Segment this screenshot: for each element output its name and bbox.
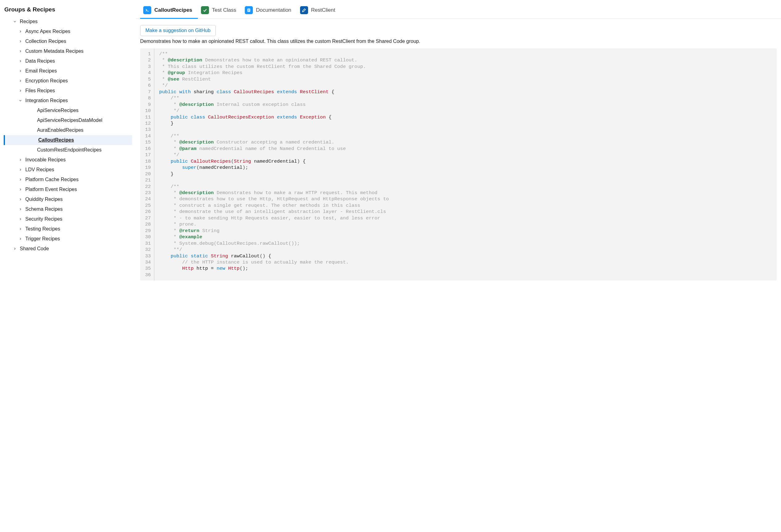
chevron-right-icon: [18, 39, 23, 44]
code-line: **/: [159, 247, 389, 253]
code-line: /**: [159, 133, 389, 139]
tab-label: RestClient: [311, 7, 335, 13]
tree-label: Email Recipes: [25, 68, 57, 74]
tree-group-encryption-recipes[interactable]: Encryption Recipes: [4, 76, 132, 86]
line-number: 11: [145, 114, 151, 120]
code-line: public with sharing class CalloutRecipes…: [159, 89, 389, 95]
code-line: super(namedCredential);: [159, 165, 389, 171]
tree-label: Recipes: [20, 19, 38, 25]
chevron-right-icon: [18, 217, 23, 222]
chevron-down-icon: [12, 19, 17, 24]
tree-item-calloutrecipes[interactable]: CalloutRecipes: [4, 135, 132, 145]
chevron-right-icon: [18, 59, 23, 63]
tree-group-collection-recipes[interactable]: Collection Recipes: [4, 36, 132, 46]
line-number: 33: [145, 253, 151, 259]
code-line: * @description Demonstrates how to make …: [159, 57, 389, 63]
tree-group-async-apex-recipes[interactable]: Async Apex Recipes: [4, 27, 132, 36]
tree-item-apiservicerecipes[interactable]: ApiServiceRecipes: [4, 105, 132, 116]
code-line: * @description Constructor accepting a n…: [159, 139, 389, 145]
tree-group-ldv-recipes[interactable]: LDV Recipes: [4, 165, 132, 175]
chevron-right-icon: [18, 88, 23, 93]
code-block: 1234567891011121314151617181920212223242…: [140, 48, 777, 280]
code-line: public static String rawCallout() {: [159, 253, 389, 259]
line-number: 20: [145, 171, 151, 177]
tree-group-email-recipes[interactable]: Email Recipes: [4, 66, 132, 76]
code-line: */: [159, 82, 389, 89]
line-number: 7: [145, 89, 151, 95]
tree-group-trigger-recipes[interactable]: Trigger Recipes: [4, 234, 132, 244]
code-line: * @description Demonstrates how to make …: [159, 190, 389, 196]
code-line: // the HTTP instance is used to actually…: [159, 259, 389, 265]
tree-label: LDV Recipes: [25, 167, 54, 173]
no-chevron: [30, 128, 35, 133]
tree-label: Schema Recipes: [25, 207, 63, 212]
tab-test-class[interactable]: Test Class: [198, 3, 242, 18]
tree-group-platform-cache-recipes[interactable]: Platform Cache Recipes: [4, 175, 132, 184]
code-line: [159, 272, 389, 278]
tab-label: Test Class: [212, 7, 236, 13]
code-line: * System.debug(CalloutRecipes.rawCallout…: [159, 240, 389, 247]
tree-label: ApiServiceRecipes: [37, 108, 78, 113]
suggest-github-button[interactable]: Make a suggestion on GitHub: [140, 25, 216, 36]
chevron-right-icon: [18, 29, 23, 34]
tab-label: CalloutRecipes: [154, 7, 192, 13]
line-number: 34: [145, 259, 151, 265]
tree-label: Data Recipes: [25, 58, 55, 64]
code-line: * demonstrate the use of an intelligent …: [159, 209, 389, 215]
no-chevron: [30, 147, 35, 152]
code-line: /**: [159, 184, 389, 190]
tab-restclient[interactable]: RestClient: [297, 3, 341, 18]
line-number: 31: [145, 240, 151, 247]
tree-group-quiddity-recipes[interactable]: Quiddity Recipes: [4, 194, 132, 204]
code-line: * construct a single get reuqest. The ot…: [159, 203, 389, 209]
tree-label: Integration Recipes: [25, 98, 68, 103]
line-number: 27: [145, 215, 151, 221]
line-number: 3: [145, 63, 151, 70]
chevron-right-icon: [18, 187, 23, 192]
line-number: 4: [145, 70, 151, 76]
tree-shared-code[interactable]: Shared Code: [4, 244, 132, 254]
tree-label: Files Recipes: [25, 88, 55, 93]
tree-group-data-recipes[interactable]: Data Recipes: [4, 56, 132, 66]
tree-group-security-recipes[interactable]: Security Recipes: [4, 214, 132, 224]
line-gutter: 1234567891011121314151617181920212223242…: [140, 48, 154, 280]
line-number: 36: [145, 272, 151, 278]
tree-item-customrestendpointrecipes[interactable]: CustomRestEndpointRecipes: [4, 145, 132, 155]
tree-label: Invocable Recipes: [25, 157, 66, 163]
line-number: 23: [145, 190, 151, 196]
chevron-right-icon: [18, 69, 23, 74]
tree-group-invocable-recipes[interactable]: Invocable Recipes: [4, 155, 132, 165]
tree-group-files-recipes[interactable]: Files Recipes: [4, 86, 132, 96]
code-line: * - to make sending Http Requests easier…: [159, 215, 389, 221]
tab-documentation[interactable]: Documentation: [242, 3, 297, 18]
line-number: 30: [145, 234, 151, 240]
tree-group-testing-recipes[interactable]: Testing Recipes: [4, 224, 132, 234]
code-lines: /** * @description Demonstrates how to m…: [154, 48, 394, 280]
tabs: CalloutRecipesTest ClassDocumentationRes…: [136, 0, 781, 19]
class-description: Demonstrates how to make an opinionated …: [140, 39, 777, 44]
line-number: 24: [145, 196, 151, 202]
terminal-icon: [143, 6, 151, 14]
tree-group-platform-event-recipes[interactable]: Platform Event Recipes: [4, 184, 132, 194]
tree-label: ApiServiceRecipesDataModel: [37, 118, 102, 123]
line-number: 8: [145, 95, 151, 101]
line-number: 16: [145, 146, 151, 152]
tab-calloutrecipes[interactable]: CalloutRecipes: [140, 3, 198, 18]
tree-item-auraenabledrecipes[interactable]: AuraEnabledRecipes: [4, 125, 132, 135]
line-number: 10: [145, 108, 151, 114]
code-line: * @return String: [159, 228, 389, 234]
line-number: 21: [145, 177, 151, 183]
tree-root-recipes[interactable]: Recipes: [4, 17, 132, 27]
doc-icon: [245, 6, 253, 14]
chevron-right-icon: [12, 246, 17, 251]
tree-group-schema-recipes[interactable]: Schema Recipes: [4, 204, 132, 214]
content: Make a suggestion on GitHub Demonstrates…: [136, 19, 781, 532]
tree-group-integration-recipes[interactable]: Integration Recipes: [4, 96, 132, 105]
tab-label: Documentation: [256, 7, 291, 13]
edit-icon: [300, 6, 308, 14]
main: CalloutRecipesTest ClassDocumentationRes…: [136, 0, 781, 532]
tree-label: Security Recipes: [25, 216, 63, 222]
tree-item-apiservicerecipesdatamodel[interactable]: ApiServiceRecipesDataModel: [4, 116, 132, 125]
tree-group-custom-metadata-recipes[interactable]: Custom Metadata Recipes: [4, 46, 132, 56]
line-number: 28: [145, 221, 151, 227]
